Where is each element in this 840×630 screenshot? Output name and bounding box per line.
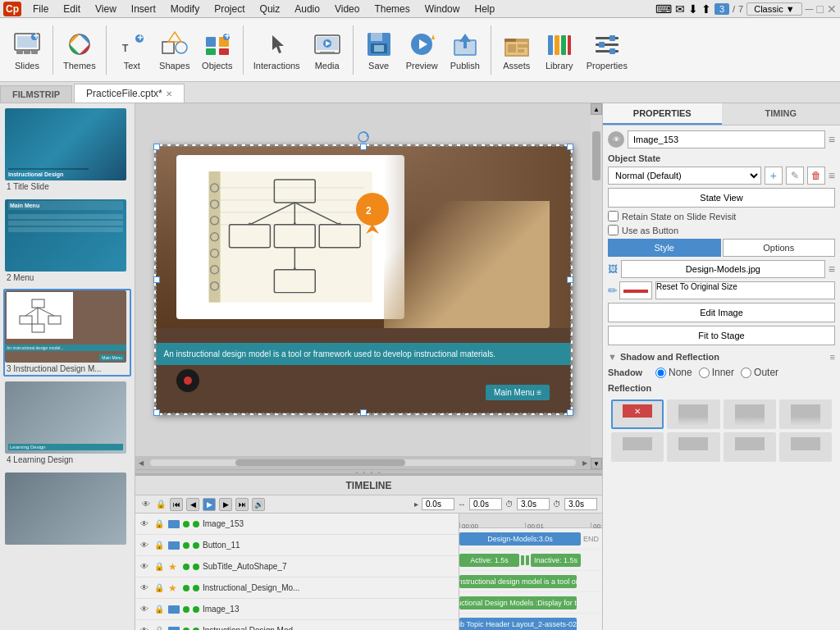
shadow-collapse-icon[interactable]: ▼ bbox=[608, 352, 617, 362]
toolbar-preview[interactable]: Preview bbox=[401, 28, 443, 72]
minimize-icon[interactable]: ─ bbox=[806, 2, 814, 16]
timeline-lock-toggle[interactable]: 🔒 bbox=[155, 499, 167, 510]
tab-timing[interactable]: TIMING bbox=[722, 103, 841, 125]
tl-bar-0[interactable]: Design-Models:3.0s bbox=[459, 532, 581, 546]
menu-video[interactable]: Video bbox=[328, 2, 366, 16]
shadow-outer-label[interactable]: Outer bbox=[741, 367, 778, 378]
menu-help[interactable]: Help bbox=[468, 2, 501, 16]
state-select[interactable]: Normal (Default) bbox=[608, 167, 761, 185]
row-1-lock[interactable]: 🔒 bbox=[153, 540, 165, 551]
row-2-eye[interactable]: 👁 bbox=[139, 561, 150, 573]
timeline-total-value[interactable]: 3.0s bbox=[564, 498, 597, 510]
paintbrush-icon[interactable]: ✏ bbox=[608, 284, 618, 297]
tl-bar-3[interactable]: Instructional Design Models :Display for… bbox=[459, 596, 577, 609]
tab-properties[interactable]: PROPERTIES bbox=[603, 103, 722, 125]
hscroll-thumb[interactable] bbox=[235, 459, 406, 466]
use-as-button-checkbox[interactable] bbox=[608, 225, 619, 235]
stage-menu-btn[interactable]: Main Menu ≡ bbox=[486, 385, 550, 400]
vscroll-thumb[interactable] bbox=[592, 131, 600, 180]
timeline-row-1[interactable]: 👁 🔒 Button_11 bbox=[135, 535, 459, 556]
row-3-lock[interactable]: 🔒 bbox=[153, 582, 165, 594]
filmstrip-slide-4[interactable]: Learning Design 4 Learning Design bbox=[3, 380, 131, 468]
row-0-lock[interactable]: 🔒 bbox=[153, 518, 165, 530]
scroll-left-icon[interactable]: ◀ bbox=[139, 459, 144, 467]
menu-file[interactable]: File bbox=[26, 2, 55, 16]
visibility-toggle[interactable]: 👁 bbox=[608, 131, 624, 148]
row-2-lock[interactable]: 🔒 bbox=[153, 561, 165, 573]
state-menu-icon[interactable]: ≡ bbox=[829, 169, 835, 182]
fit-to-stage-btn[interactable]: Fit to Stage bbox=[608, 326, 835, 345]
menu-audio[interactable]: Audio bbox=[288, 2, 326, 16]
toolbar-shapes[interactable]: Shapes bbox=[154, 28, 195, 72]
timeline-play-btn[interactable]: ▶ bbox=[203, 498, 216, 511]
filmstrip-slide-2[interactable]: Main Menu 2 Menu bbox=[3, 198, 131, 285]
maximize-icon[interactable]: □ bbox=[817, 2, 824, 16]
toolbar-assets[interactable]: Assets bbox=[496, 28, 537, 72]
scroll-right-icon[interactable]: ▶ bbox=[582, 459, 587, 467]
shadow-inner-radio[interactable] bbox=[699, 368, 710, 378]
toolbar-library[interactable]: Library bbox=[539, 28, 580, 72]
timeline-row-4[interactable]: 👁 🔒 Image_13 bbox=[135, 599, 459, 620]
menu-view[interactable]: View bbox=[89, 2, 123, 16]
timeline-row-2[interactable]: 👁 🔒 ★ SubTitle_AutoShape_7 bbox=[135, 556, 459, 578]
toolbar-slides[interactable]: + Slides bbox=[7, 28, 48, 72]
object-menu-icon[interactable]: ≡ bbox=[829, 133, 835, 146]
toolbar-publish[interactable]: Publish bbox=[445, 28, 486, 72]
shadow-none-radio[interactable] bbox=[655, 368, 666, 378]
menu-window[interactable]: Window bbox=[418, 2, 467, 16]
vscroll-down-btn[interactable]: ▼ bbox=[591, 458, 602, 469]
style-tab[interactable]: Style bbox=[608, 239, 721, 257]
toolbar-interactions[interactable]: Interactions bbox=[249, 28, 305, 72]
row-5-lock[interactable]: 🔒 bbox=[153, 625, 165, 631]
shadow-none-label[interactable]: None bbox=[655, 367, 692, 378]
filmstrip-slide-3[interactable]: An instructional design model... Main Me… bbox=[3, 289, 131, 377]
timeline-volume-btn[interactable]: 🔊 bbox=[252, 498, 265, 511]
menu-insert[interactable]: Insert bbox=[125, 2, 162, 16]
vscroll-up-btn[interactable]: ▲ bbox=[591, 103, 602, 115]
state-delete-btn[interactable]: 🗑 bbox=[807, 167, 825, 185]
refl-thumb-5[interactable] bbox=[667, 432, 719, 462]
toolbar-save[interactable]: Save bbox=[358, 28, 399, 72]
color-swatch[interactable] bbox=[619, 281, 652, 299]
toolbar-properties[interactable]: Properties bbox=[582, 28, 632, 72]
email-icon[interactable]: ✉ bbox=[675, 2, 685, 16]
row-4-lock[interactable]: 🔒 bbox=[153, 604, 165, 615]
state-add-btn[interactable]: + bbox=[765, 167, 783, 185]
row-5-eye[interactable]: 👁 bbox=[139, 625, 150, 631]
tab-close-icon[interactable]: ✕ bbox=[166, 89, 172, 98]
options-tab[interactable]: Options bbox=[723, 239, 836, 257]
row-3-eye[interactable]: 👁 bbox=[139, 582, 150, 594]
timeline-eye-toggle[interactable]: 👁 bbox=[140, 499, 152, 510]
tab-filmstrip[interactable]: FILMSTRIP bbox=[0, 85, 72, 103]
menu-themes[interactable]: Themes bbox=[368, 2, 416, 16]
timeline-row-5[interactable]: 👁 🔒 Instructional Design Mod... bbox=[135, 620, 459, 630]
tl-bar-1b[interactable]: Inactive: 1.5s bbox=[531, 554, 581, 567]
image-file-btn[interactable]: Design-Models.jpg bbox=[621, 260, 825, 278]
timeline-to-end-btn[interactable]: ⏭ bbox=[235, 498, 249, 511]
record-btn[interactable] bbox=[176, 369, 199, 392]
refl-thumb-3[interactable] bbox=[779, 399, 832, 429]
timeline-to-start-btn[interactable]: ⏮ bbox=[170, 498, 183, 511]
timeline-offset-value[interactable]: 0.0s bbox=[469, 498, 502, 510]
tl-bar-2[interactable]: An instructional design model is a tool … bbox=[459, 575, 577, 588]
timeline-row-0[interactable]: 👁 🔒 Image_153 bbox=[135, 514, 459, 535]
toolbar-media[interactable]: Media bbox=[307, 28, 348, 72]
image-file-menu-icon[interactable]: ≡ bbox=[829, 262, 835, 276]
upload-icon[interactable]: ⬆ bbox=[701, 2, 711, 16]
toolbar-themes[interactable]: Themes bbox=[58, 28, 101, 72]
download-icon[interactable]: ⬇ bbox=[688, 2, 698, 16]
menu-edit[interactable]: Edit bbox=[57, 2, 87, 16]
toolbar-text[interactable]: T + Text bbox=[112, 28, 153, 72]
reset-size-btn[interactable]: Reset To Original Size bbox=[655, 281, 835, 299]
tab-file[interactable]: PracticeFile.cptx* ✕ bbox=[74, 84, 185, 103]
menu-quiz[interactable]: Quiz bbox=[253, 2, 287, 16]
row-4-eye[interactable]: 👁 bbox=[139, 604, 150, 615]
shadow-outer-radio[interactable] bbox=[741, 368, 751, 378]
hscroll-track[interactable] bbox=[150, 459, 576, 466]
tl-bar-4[interactable]: 6. Sub Topic Header Layout_2-assets-02t3… bbox=[459, 618, 577, 631]
state-edit-btn[interactable]: ✎ bbox=[786, 167, 804, 185]
refl-thumb-7[interactable] bbox=[779, 432, 832, 462]
classic-badge[interactable]: Classic ▼ bbox=[746, 2, 801, 16]
refl-thumb-0[interactable]: ✕ bbox=[611, 399, 664, 429]
filmstrip-slide-1[interactable]: Instructional Design 1 Title Slide bbox=[3, 107, 131, 194]
